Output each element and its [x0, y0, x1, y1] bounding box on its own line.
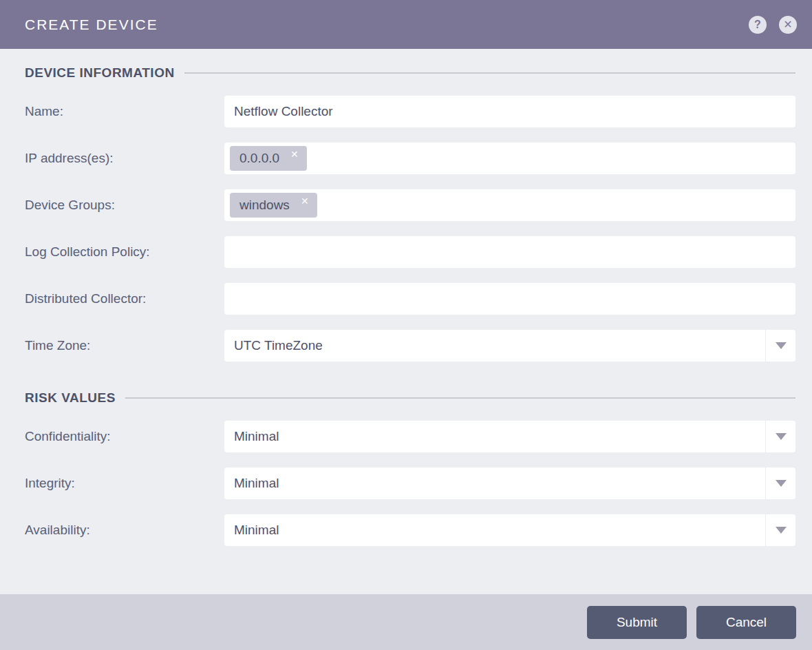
section-device-information: DEVICE INFORMATION: [25, 65, 795, 81]
device-groups-row: Device Groups: windows ✕: [25, 189, 795, 221]
confidentiality-arrow-zone[interactable]: [765, 421, 795, 452]
modal-footer: Submit Cancel: [0, 594, 812, 650]
header-icons: ? ✕: [749, 16, 797, 34]
name-input[interactable]: [224, 96, 795, 127]
distributed-collector-label: Distributed Collector:: [25, 291, 224, 306]
time-zone-label: Time Zone:: [25, 338, 224, 353]
time-zone-field-wrap: UTC TimeZone: [224, 330, 795, 361]
time-zone-selected-value: UTC TimeZone: [234, 338, 765, 353]
name-field-wrap: [224, 96, 795, 127]
create-device-modal: CREATE DEVICE ? ✕ DEVICE INFORMATION Nam…: [0, 0, 812, 650]
device-group-chip: windows ✕: [230, 193, 317, 218]
ip-address-chip-label: 0.0.0.0: [239, 151, 279, 166]
confidentiality-field-wrap: Minimal: [224, 421, 795, 452]
ip-addresses-row: IP address(es): 0.0.0.0 ✕: [25, 143, 795, 174]
modal-body: DEVICE INFORMATION Name: IP address(es):…: [0, 49, 812, 594]
time-zone-select[interactable]: UTC TimeZone: [224, 330, 795, 361]
availability-label: Availability:: [25, 523, 224, 538]
submit-button[interactable]: Submit: [587, 606, 687, 639]
integrity-select[interactable]: Minimal: [224, 468, 795, 499]
log-collection-policy-row: Log Collection Policy:: [25, 236, 795, 268]
device-group-chip-label: windows: [239, 198, 290, 213]
modal-header: CREATE DEVICE ? ✕: [0, 0, 812, 49]
chevron-down-icon: [776, 480, 787, 487]
section-divider: [184, 72, 795, 74]
confidentiality-label: Confidentiality:: [25, 429, 224, 444]
section-title-device-information: DEVICE INFORMATION: [25, 65, 175, 81]
ip-addresses-label: IP address(es):: [25, 151, 224, 166]
remove-chip-icon[interactable]: ✕: [301, 196, 309, 206]
time-zone-row: Time Zone: UTC TimeZone: [25, 330, 795, 361]
log-collection-policy-label: Log Collection Policy:: [25, 244, 224, 260]
help-icon[interactable]: ?: [749, 16, 767, 34]
chevron-down-icon: [776, 342, 787, 349]
cancel-button[interactable]: Cancel: [696, 606, 796, 639]
modal-title: CREATE DEVICE: [25, 17, 158, 33]
name-label: Name:: [25, 104, 224, 119]
ip-addresses-field-wrap: 0.0.0.0 ✕: [224, 143, 795, 174]
availability-selected-value: Minimal: [234, 523, 765, 538]
section-title-risk-values: RISK VALUES: [25, 390, 116, 406]
distributed-collector-row: Distributed Collector:: [25, 283, 795, 315]
distributed-collector-field-wrap: [224, 283, 795, 315]
availability-field-wrap: Minimal: [224, 514, 795, 546]
section-divider: [125, 397, 795, 399]
section-risk-values: RISK VALUES: [25, 390, 795, 406]
integrity-selected-value: Minimal: [234, 476, 765, 491]
availability-row: Availability: Minimal: [25, 514, 795, 546]
time-zone-arrow-zone[interactable]: [765, 330, 795, 361]
integrity-label: Integrity:: [25, 476, 224, 491]
distributed-collector-input[interactable]: [224, 283, 795, 315]
integrity-row: Integrity: Minimal: [25, 468, 795, 499]
device-groups-input[interactable]: windows ✕: [224, 189, 795, 221]
ip-addresses-input[interactable]: 0.0.0.0 ✕: [224, 143, 795, 174]
ip-address-chip: 0.0.0.0 ✕: [230, 146, 307, 171]
close-icon[interactable]: ✕: [779, 16, 797, 34]
availability-arrow-zone[interactable]: [765, 514, 795, 546]
device-groups-field-wrap: windows ✕: [224, 189, 795, 221]
availability-select[interactable]: Minimal: [224, 514, 795, 546]
log-collection-policy-input[interactable]: [224, 236, 795, 268]
integrity-arrow-zone[interactable]: [765, 468, 795, 499]
name-row: Name:: [25, 96, 795, 127]
remove-chip-icon[interactable]: ✕: [290, 149, 299, 159]
chevron-down-icon: [776, 527, 787, 534]
integrity-field-wrap: Minimal: [224, 468, 795, 499]
device-groups-label: Device Groups:: [25, 198, 224, 213]
log-collection-policy-field-wrap: [224, 236, 795, 268]
chevron-down-icon: [776, 433, 787, 440]
confidentiality-selected-value: Minimal: [234, 429, 765, 444]
confidentiality-row: Confidentiality: Minimal: [25, 421, 795, 452]
confidentiality-select[interactable]: Minimal: [224, 421, 795, 452]
